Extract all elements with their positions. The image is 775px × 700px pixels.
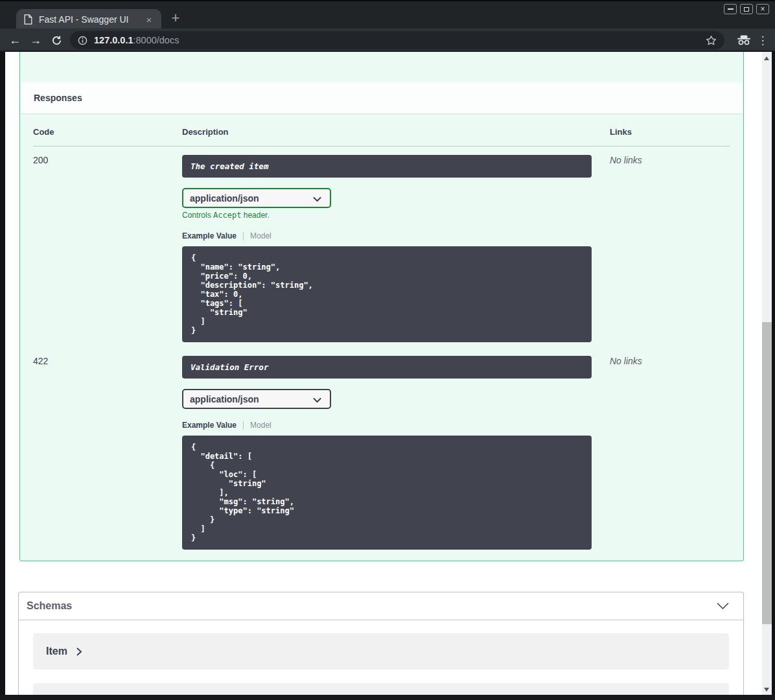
tab-title: Fast API - Swagger UI — [39, 14, 143, 25]
tab-example-value[interactable]: Example Value — [182, 421, 237, 430]
response-code: 422 — [33, 356, 182, 550]
media-type-value: application/json — [190, 193, 259, 204]
responses-table-header: Code Description Links — [33, 125, 730, 146]
controls-accept-note: Controls Accept header. — [182, 211, 610, 220]
response-description: The created item — [182, 155, 592, 178]
url-text: 127.0.0.1:8000/docs — [94, 35, 706, 45]
site-info-icon — [78, 36, 87, 45]
reload-icon — [51, 35, 62, 46]
response-code: 200 — [33, 155, 182, 342]
column-header-description: Description — [182, 127, 610, 137]
close-button[interactable]: × — [756, 4, 769, 14]
bookmark-button[interactable] — [706, 35, 717, 46]
model-item[interactable]: Item — [33, 633, 729, 670]
response-links: No links — [610, 155, 730, 342]
window-title-bar: Fast API - Swagger UI × + × — [0, 0, 775, 29]
example-model-tabs: Example Value Model — [182, 421, 610, 430]
chevron-right-icon — [76, 648, 82, 656]
model-name: Item — [46, 646, 67, 657]
page-content: Responses Code Description Links 200 The… — [5, 52, 772, 700]
url-path: :8000/docs — [133, 35, 179, 45]
chevron-down-icon — [313, 398, 321, 403]
responses-title: Responses — [34, 93, 82, 103]
maximize-button[interactable] — [740, 4, 753, 14]
bookmark-star-icon — [706, 35, 717, 46]
schemas-body: Item ValidationError — [19, 620, 743, 700]
tab-model[interactable]: Model — [250, 231, 272, 240]
minimize-icon — [728, 8, 734, 10]
response-description-cell: The created item application/json Contro… — [182, 155, 610, 342]
browser-toolbar: ← → 127.0.0.1:8000/docs ⋮ — [0, 29, 775, 52]
window-bottom-edge — [0, 695, 775, 700]
incognito-badge — [735, 32, 752, 49]
responses-table: Code Description Links 200 The created i… — [20, 113, 743, 561]
example-model-tabs: Example Value Model — [182, 231, 610, 240]
schemas-title: Schemas — [27, 600, 72, 612]
tab-favicon-document-icon — [24, 14, 32, 25]
back-button[interactable]: ← — [6, 32, 23, 49]
collapse-chevron-down-icon[interactable] — [717, 603, 729, 610]
response-description: Validation Error — [182, 356, 592, 379]
new-tab-button[interactable]: + — [167, 10, 184, 27]
tab-divider — [243, 421, 244, 430]
response-description-cell: Validation Error application/json Exampl… — [182, 356, 610, 550]
response-links: No links — [610, 356, 730, 550]
example-json-block: { "name": "string", "price": 0, "descrip… — [182, 246, 592, 342]
operation-block-spacer — [20, 52, 743, 82]
scroll-down-arrow-icon[interactable] — [764, 688, 769, 692]
media-type-select[interactable]: application/json — [182, 188, 331, 208]
accept-note-suffix: header. — [241, 211, 269, 220]
incognito-icon — [737, 35, 751, 45]
maximize-icon — [744, 7, 749, 12]
schemas-header[interactable]: Schemas — [19, 592, 743, 620]
chevron-down-icon — [313, 197, 321, 202]
example-json-block: { "detail": [ { "loc": [ "string" ], "ms… — [182, 436, 592, 550]
responses-section-header: Responses — [20, 82, 743, 113]
vertical-scrollbar[interactable] — [762, 52, 772, 700]
response-row-422: 422 Validation Error application/json Ex… — [33, 347, 730, 550]
schemas-section: Schemas Item ValidationError — [18, 592, 744, 700]
accept-note-code: Accept — [213, 211, 241, 220]
media-type-value: application/json — [190, 394, 259, 404]
tab-example-value[interactable]: Example Value — [182, 231, 237, 240]
tab-model[interactable]: Model — [250, 421, 272, 430]
url-bar[interactable]: 127.0.0.1:8000/docs — [70, 31, 724, 49]
scroll-up-arrow-icon[interactable] — [764, 56, 769, 60]
scrollbar-thumb[interactable] — [762, 322, 772, 624]
browser-menu-button[interactable]: ⋮ — [754, 32, 771, 49]
url-host: 127.0.0.1 — [94, 35, 133, 45]
minimize-button[interactable] — [724, 4, 737, 14]
response-row-200: 200 The created item application/json Co… — [33, 146, 730, 342]
column-header-code: Code — [33, 127, 182, 137]
browser-tab[interactable]: Fast API - Swagger UI × — [16, 9, 161, 30]
reload-button[interactable] — [48, 32, 65, 49]
forward-button[interactable]: → — [27, 32, 44, 49]
column-header-links: Links — [610, 127, 730, 137]
accept-note-prefix: Controls — [182, 211, 213, 220]
operation-block: Responses Code Description Links 200 The… — [19, 52, 744, 561]
tab-close-icon[interactable]: × — [143, 14, 155, 25]
tab-divider — [243, 232, 244, 240]
media-type-select[interactable]: application/json — [182, 389, 331, 409]
